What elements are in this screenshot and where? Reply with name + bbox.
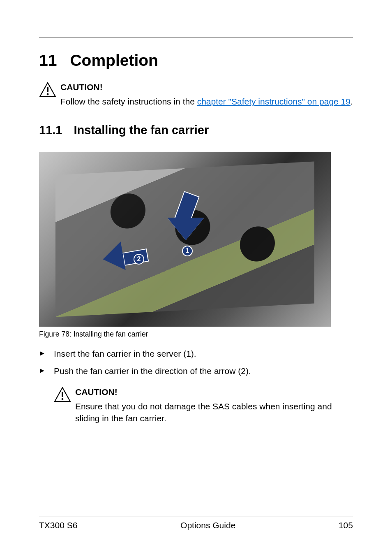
footer-center: Options Guide (180, 520, 235, 530)
footer-right: 105 (339, 520, 353, 530)
list-item: Push the fan carrier in the direction of… (39, 365, 353, 377)
caution-label: CAUTION! (60, 81, 353, 93)
svg-rect-4 (62, 392, 63, 397)
footer-rule (39, 516, 353, 516)
caution-body: Follow the safety instructions in the ch… (60, 95, 353, 107)
svg-point-2 (47, 93, 49, 95)
safety-instructions-link[interactable]: chapter "Safety instructions" on page 19 (197, 97, 350, 106)
caution-body: Ensure that you do not damage the SAS ca… (75, 400, 353, 425)
figure-image: 1 2 (39, 152, 331, 327)
caution-block-1: CAUTION! Follow the safety instructions … (39, 81, 353, 108)
caution-text-before: Follow the safety instructions in the (60, 97, 197, 106)
list-item: Insert the fan carrier in the server (1)… (39, 348, 353, 360)
marker-2: 2 (134, 254, 144, 265)
svg-rect-1 (47, 87, 48, 92)
chapter-title: Completion (70, 51, 158, 69)
top-rule (39, 37, 353, 37)
chapter-heading: 11Completion (39, 51, 353, 70)
marker-1: 1 (182, 246, 193, 256)
caution-text-after: . (350, 97, 353, 106)
caution-label: CAUTION! (75, 386, 353, 398)
caution-icon (39, 82, 56, 99)
caution-icon (54, 387, 71, 404)
page-footer: TX300 S6 Options Guide 105 (39, 516, 353, 530)
section-title: Installing the fan carrier (74, 123, 209, 137)
caution-block-2: CAUTION! Ensure that you do not damage t… (54, 386, 353, 425)
figure-caption: Figure 78: Installing the fan carrier (39, 330, 353, 339)
section-heading: 11.1Installing the fan carrier (39, 123, 353, 137)
section-number: 11.1 (39, 123, 62, 137)
figure: 1 2 (39, 152, 353, 327)
footer-left: TX300 S6 (39, 520, 77, 530)
step-list: Insert the fan carrier in the server (1)… (39, 348, 353, 378)
svg-point-5 (62, 398, 64, 400)
chapter-number: 11 (39, 51, 57, 70)
